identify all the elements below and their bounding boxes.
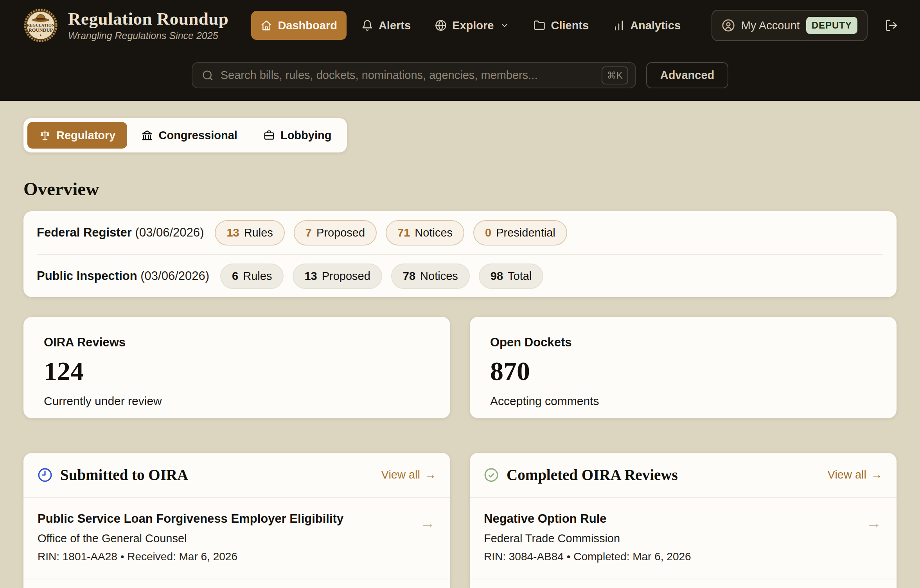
public-inspection-label: Public Inspection (03/06/2026): [37, 269, 209, 283]
my-account-label: My Account: [741, 19, 800, 32]
federal-register-row: Federal Register (03/06/2026) 13Rules 7P…: [37, 211, 883, 254]
folder-icon: [534, 20, 545, 31]
svg-text:★: ★: [39, 33, 42, 37]
stat-cards: OIRA Reviews 124 Currently under review …: [23, 317, 897, 418]
open-dockets-card: Open Dockets 870 Accepting comments: [470, 317, 897, 418]
tab-lobbying-label: Lobbying: [280, 129, 331, 142]
completed-panel-title: Completed OIRA Reviews: [507, 466, 678, 484]
scales-icon: [39, 129, 51, 141]
submitted-item-meta: RIN: 1801-AA28 • Received: Mar 6, 2026: [38, 550, 413, 563]
arrow-right-icon: →: [425, 468, 436, 481]
capitol-icon: [141, 129, 153, 141]
completed-oira-panel: Completed OIRA Reviews View all → Negati…: [470, 453, 897, 588]
nav-explore-label: Explore: [452, 19, 494, 32]
oira-reviews-sub: Currently under review: [44, 394, 430, 408]
tab-lobbying[interactable]: Lobbying: [252, 122, 343, 149]
pill-pi-notices[interactable]: 78Notices: [391, 264, 470, 289]
review-panels: Submitted to OIRA View all → Public Serv…: [23, 453, 897, 588]
check-circle-icon: [484, 468, 499, 482]
arrow-right-icon: →: [866, 515, 882, 531]
nav-clients[interactable]: Clients: [524, 11, 598, 40]
keyboard-shortcut-badge: ⌘K: [602, 66, 628, 84]
bell-icon: [361, 20, 373, 31]
tab-regulatory-label: Regulatory: [56, 129, 115, 142]
svg-text:ROUNDUP: ROUNDUP: [29, 27, 53, 33]
submitted-item-title: Public Service Loan Forgiveness Employer…: [38, 512, 413, 526]
submitted-panel-header: Submitted to OIRA View all →: [23, 453, 450, 498]
briefcase-icon: [263, 129, 275, 141]
nav-alerts[interactable]: Alerts: [352, 11, 420, 40]
bar-chart-icon: [613, 20, 625, 31]
submitted-view-all-link[interactable]: View all →: [381, 468, 436, 481]
tab-regulatory[interactable]: Regulatory: [27, 122, 127, 149]
home-icon: [261, 20, 272, 31]
pill-fr-notices[interactable]: 71Notices: [386, 220, 464, 246]
pill-fr-presidential[interactable]: 0Presidential: [473, 220, 567, 246]
submitted-item-agency: Office of the General Counsel: [38, 532, 413, 545]
nav-explore[interactable]: Explore: [426, 11, 519, 40]
nav-clients-label: Clients: [551, 19, 589, 32]
open-dockets-value: 870: [490, 356, 876, 387]
logout-button[interactable]: [885, 19, 898, 32]
open-dockets-label: Open Dockets: [490, 335, 876, 350]
public-inspection-pills: 6Rules 13Proposed 78Notices 98Total: [220, 264, 543, 289]
page-title: Overview: [23, 178, 897, 199]
nav-analytics-label: Analytics: [630, 19, 681, 32]
tab-congressional-label: Congressional: [158, 129, 237, 142]
submitted-to-oira-panel: Submitted to OIRA View all → Public Serv…: [23, 453, 450, 588]
main-nav: Dashboard Alerts Explore Clients Analyti…: [251, 11, 690, 40]
nav-analytics[interactable]: Analytics: [604, 11, 690, 40]
globe-icon: [435, 20, 447, 31]
nav-dashboard-label: Dashboard: [278, 19, 337, 32]
pill-pi-proposed[interactable]: 13Proposed: [293, 264, 382, 289]
brand-block: Regulation Roundup Wrangling Regulations…: [68, 9, 228, 42]
oira-reviews-value: 124: [44, 356, 430, 387]
search-input[interactable]: [221, 69, 595, 82]
clock-icon: [38, 468, 52, 482]
completed-item-title: Negative Option Rule: [484, 512, 859, 526]
submitted-panel-title: Submitted to OIRA: [60, 466, 188, 484]
arrow-right-icon: →: [871, 468, 882, 481]
my-account-button[interactable]: My Account DEPUTY: [712, 10, 868, 41]
completed-item-agency: Federal Trade Commission: [484, 532, 859, 545]
pill-pi-total[interactable]: 98Total: [479, 264, 544, 289]
completed-item[interactable]: Negative Option Rule Federal Trade Commi…: [470, 498, 897, 579]
completed-panel-header: Completed OIRA Reviews View all →: [470, 453, 897, 498]
public-inspection-row: Public Inspection (03/06/2026) 6Rules 13…: [37, 254, 883, 297]
svg-text:REGULATION: REGULATION: [27, 23, 55, 27]
search-icon: [202, 70, 214, 81]
search-box[interactable]: ⌘K: [192, 62, 636, 88]
overview-card: Federal Register (03/06/2026) 13Rules 7P…: [23, 211, 897, 297]
brand-tagline: Wrangling Regulations Since 2025: [68, 30, 228, 41]
pill-fr-proposed[interactable]: 7Proposed: [294, 220, 377, 246]
app-header: REGULATION ROUNDUP ★ Regulation Roundup …: [0, 0, 920, 51]
submitted-next-item-partial: [23, 579, 450, 588]
brand-logo: REGULATION ROUNDUP ★: [23, 8, 58, 43]
brand-title: Regulation Roundup: [68, 9, 228, 29]
logout-icon: [885, 19, 898, 32]
completed-next-item-partial: [470, 579, 897, 588]
tab-congressional[interactable]: Congressional: [129, 122, 249, 149]
nav-dashboard[interactable]: Dashboard: [251, 11, 346, 40]
role-badge: DEPUTY: [806, 17, 857, 34]
federal-register-pills: 13Rules 7Proposed 71Notices 0Presidentia…: [215, 220, 567, 246]
chevron-down-icon: [500, 21, 509, 30]
pill-fr-rules[interactable]: 13Rules: [215, 220, 284, 246]
nav-alerts-label: Alerts: [379, 19, 411, 32]
main-content: Regulatory Congressional Lobbying Overvi…: [0, 101, 920, 588]
oira-reviews-card: OIRA Reviews 124 Currently under review: [23, 317, 450, 418]
advanced-search-button[interactable]: Advanced: [646, 62, 729, 88]
user-circle-icon: [722, 19, 735, 32]
search-bar-row: ⌘K Advanced: [0, 51, 920, 101]
oira-reviews-label: OIRA Reviews: [44, 335, 430, 350]
federal-register-date: (03/06/2026): [135, 226, 204, 239]
federal-register-label: Federal Register (03/06/2026): [37, 226, 204, 240]
mode-tabs: Regulatory Congressional Lobbying: [23, 118, 347, 152]
public-inspection-date: (03/06/2026): [140, 269, 209, 283]
pill-pi-rules[interactable]: 6Rules: [220, 264, 284, 289]
open-dockets-sub: Accepting comments: [490, 394, 876, 408]
completed-item-meta: RIN: 3084-AB84 • Completed: Mar 6, 2026: [484, 550, 859, 563]
completed-view-all-link[interactable]: View all →: [828, 468, 882, 481]
arrow-right-icon: →: [420, 515, 435, 531]
submitted-item[interactable]: Public Service Loan Forgiveness Employer…: [23, 498, 450, 579]
